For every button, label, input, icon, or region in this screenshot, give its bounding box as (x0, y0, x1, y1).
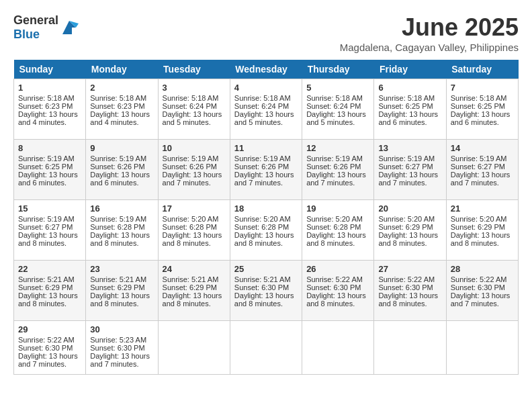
sunrise-label: Sunrise: 5:19 AM (234, 154, 291, 163)
daylight-label: Daylight: 13 hours and 7 minutes. (451, 291, 511, 308)
day-number: 18 (234, 203, 298, 214)
header-thursday: Thursday (302, 60, 374, 79)
sunrise-label: Sunrise: 5:19 AM (90, 215, 146, 223)
table-row (302, 321, 374, 375)
daylight-label: Daylight: 13 hours and 4 minutes. (90, 110, 150, 126)
table-row: 15 Sunrise: 5:19 AM Sunset: 6:27 PM Dayl… (14, 200, 86, 261)
day-number: 14 (451, 143, 514, 153)
table-row: 8 Sunrise: 5:19 AM Sunset: 6:25 PM Dayli… (14, 140, 86, 200)
sunset-label: Sunset: 6:25 PM (18, 163, 73, 171)
day-number: 13 (378, 143, 441, 153)
sunrise-label: Sunrise: 5:20 AM (234, 215, 291, 223)
sunrise-label: Sunrise: 5:22 AM (451, 275, 507, 283)
table-row: 12 Sunrise: 5:19 AM Sunset: 6:26 PM Dayl… (302, 140, 374, 200)
table-row: 9 Sunrise: 5:19 AM Sunset: 6:26 PM Dayli… (86, 140, 158, 200)
sunset-label: Sunset: 6:24 PM (234, 102, 289, 110)
table-row: 4 Sunrise: 5:18 AM Sunset: 6:24 PM Dayli… (230, 79, 302, 140)
header-friday: Friday (374, 60, 446, 79)
calendar-week-row: 1 Sunrise: 5:18 AM Sunset: 6:23 PM Dayli… (14, 79, 519, 140)
calendar-week-row: 8 Sunrise: 5:19 AM Sunset: 6:25 PM Dayli… (14, 140, 519, 200)
logo-text-blue: Blue (13, 28, 40, 41)
sunset-label: Sunset: 6:30 PM (306, 283, 361, 291)
daylight-label: Daylight: 13 hours and 8 minutes. (234, 291, 294, 308)
header-monday: Monday (86, 60, 158, 79)
sunrise-label: Sunrise: 5:22 AM (18, 336, 75, 344)
sunrise-label: Sunrise: 5:21 AM (163, 275, 219, 283)
day-number: 26 (306, 264, 369, 274)
sunrise-label: Sunrise: 5:20 AM (451, 215, 507, 223)
table-row: 23 Sunrise: 5:21 AM Sunset: 6:29 PM Dayl… (86, 261, 158, 321)
sunrise-label: Sunrise: 5:19 AM (451, 154, 507, 163)
daylight-label: Daylight: 13 hours and 7 minutes. (451, 171, 511, 187)
day-number: 4 (234, 83, 298, 93)
sunset-label: Sunset: 6:27 PM (378, 163, 433, 171)
table-row (158, 321, 230, 375)
sunrise-label: Sunrise: 5:19 AM (306, 154, 363, 163)
day-number: 20 (378, 203, 441, 214)
sunset-label: Sunset: 6:28 PM (90, 223, 144, 231)
daylight-label: Daylight: 13 hours and 8 minutes. (306, 231, 366, 247)
table-row: 11 Sunrise: 5:19 AM Sunset: 6:26 PM Dayl… (230, 140, 302, 200)
daylight-label: Daylight: 13 hours and 7 minutes. (90, 352, 150, 368)
sunset-label: Sunset: 6:28 PM (306, 223, 361, 231)
daylight-label: Daylight: 13 hours and 8 minutes. (451, 231, 511, 247)
daylight-label: Daylight: 13 hours and 5 minutes. (306, 110, 366, 126)
sunrise-label: Sunrise: 5:19 AM (18, 154, 75, 163)
sunset-label: Sunset: 6:30 PM (90, 344, 144, 352)
sunset-label: Sunset: 6:25 PM (378, 102, 433, 110)
sunrise-label: Sunrise: 5:18 AM (451, 94, 507, 102)
table-row: 6 Sunrise: 5:18 AM Sunset: 6:25 PM Dayli… (374, 79, 446, 140)
logo-icon (60, 18, 79, 37)
header-tuesday: Tuesday (158, 60, 230, 79)
daylight-label: Daylight: 13 hours and 8 minutes. (234, 231, 294, 247)
table-row: 26 Sunrise: 5:22 AM Sunset: 6:30 PM Dayl… (302, 261, 374, 321)
day-number: 6 (378, 83, 441, 93)
table-row: 1 Sunrise: 5:18 AM Sunset: 6:23 PM Dayli… (14, 79, 86, 140)
sunset-label: Sunset: 6:25 PM (451, 102, 505, 110)
table-row: 13 Sunrise: 5:19 AM Sunset: 6:27 PM Dayl… (374, 140, 446, 200)
sunrise-label: Sunrise: 5:19 AM (90, 154, 146, 163)
calendar-week-row: 29 Sunrise: 5:22 AM Sunset: 6:30 PM Dayl… (14, 321, 519, 375)
sunrise-label: Sunrise: 5:21 AM (18, 275, 75, 283)
sunset-label: Sunset: 6:26 PM (163, 163, 217, 171)
table-row: 29 Sunrise: 5:22 AM Sunset: 6:30 PM Dayl… (14, 321, 86, 375)
sunrise-label: Sunrise: 5:18 AM (90, 94, 146, 102)
table-row: 10 Sunrise: 5:19 AM Sunset: 6:26 PM Dayl… (158, 140, 230, 200)
daylight-label: Daylight: 13 hours and 6 minutes. (378, 110, 438, 126)
sunset-label: Sunset: 6:29 PM (378, 223, 433, 231)
sunset-label: Sunset: 6:29 PM (163, 283, 217, 291)
title-area: June 2025 Magdalena, Cagayan Valley, Phi… (340, 13, 519, 53)
sunset-label: Sunset: 6:28 PM (234, 223, 289, 231)
table-row: 18 Sunrise: 5:20 AM Sunset: 6:28 PM Dayl… (230, 200, 302, 261)
table-row: 22 Sunrise: 5:21 AM Sunset: 6:29 PM Dayl… (14, 261, 86, 321)
header-saturday: Saturday (446, 60, 518, 79)
day-number: 24 (163, 264, 226, 274)
daylight-label: Daylight: 13 hours and 6 minutes. (90, 171, 150, 187)
sunrise-label: Sunrise: 5:18 AM (378, 94, 435, 102)
day-number: 30 (90, 324, 153, 334)
daylight-label: Daylight: 13 hours and 8 minutes. (378, 291, 438, 308)
sunrise-label: Sunrise: 5:20 AM (163, 215, 219, 223)
sunset-label: Sunset: 6:30 PM (234, 283, 289, 291)
daylight-label: Daylight: 13 hours and 8 minutes. (90, 231, 150, 247)
day-number: 12 (306, 143, 369, 153)
day-number: 16 (90, 203, 153, 214)
sunset-label: Sunset: 6:29 PM (18, 283, 73, 291)
table-row: 30 Sunrise: 5:23 AM Sunset: 6:30 PM Dayl… (86, 321, 158, 375)
day-number: 9 (90, 143, 153, 153)
table-row: 24 Sunrise: 5:21 AM Sunset: 6:29 PM Dayl… (158, 261, 230, 321)
sunrise-label: Sunrise: 5:19 AM (18, 215, 75, 223)
daylight-label: Daylight: 13 hours and 8 minutes. (90, 291, 150, 308)
sunrise-label: Sunrise: 5:19 AM (163, 154, 219, 163)
table-row: 20 Sunrise: 5:20 AM Sunset: 6:29 PM Dayl… (374, 200, 446, 261)
header-sunday: Sunday (14, 60, 86, 79)
day-number: 19 (306, 203, 369, 214)
daylight-label: Daylight: 13 hours and 8 minutes. (378, 231, 438, 247)
table-row: 17 Sunrise: 5:20 AM Sunset: 6:28 PM Dayl… (158, 200, 230, 261)
day-number: 25 (234, 264, 298, 274)
sunset-label: Sunset: 6:24 PM (163, 102, 217, 110)
day-number: 28 (451, 264, 514, 274)
table-row: 3 Sunrise: 5:18 AM Sunset: 6:24 PM Dayli… (158, 79, 230, 140)
page-header: General Blue June 2025 Magdalena, Cagaya… (13, 13, 519, 53)
sunrise-label: Sunrise: 5:19 AM (378, 154, 435, 163)
